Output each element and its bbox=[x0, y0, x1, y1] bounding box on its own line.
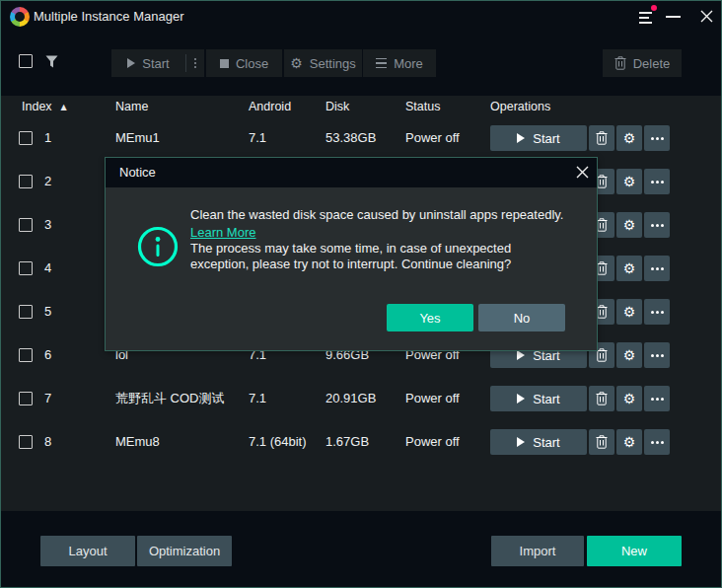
yes-button[interactable]: Yes bbox=[387, 304, 473, 331]
row-more-button[interactable] bbox=[644, 256, 670, 281]
row-checkbox[interactable] bbox=[19, 392, 33, 405]
delete-button-label: Delete bbox=[633, 56, 671, 71]
gear-icon: ⚙ bbox=[623, 261, 636, 275]
row-checkbox[interactable] bbox=[19, 348, 33, 362]
dialog-text-line3: exception, please try not to interrupt. … bbox=[190, 257, 511, 271]
no-button[interactable]: No bbox=[478, 304, 565, 331]
row-settings-button[interactable]: ⚙ bbox=[616, 342, 642, 368]
row-start-button[interactable]: Start bbox=[490, 125, 587, 151]
gear-icon: ⚙ bbox=[623, 131, 636, 145]
column-header-disk[interactable]: Disk bbox=[325, 96, 349, 118]
trash-icon bbox=[596, 131, 608, 145]
close-instances-button[interactable]: Close bbox=[206, 49, 282, 77]
play-icon bbox=[517, 350, 525, 360]
cell-index: 2 bbox=[44, 160, 51, 203]
optimization-button[interactable]: Optimization bbox=[137, 536, 232, 566]
import-button[interactable]: Import bbox=[491, 536, 584, 566]
row-more-button[interactable] bbox=[644, 386, 670, 411]
column-header-status[interactable]: Status bbox=[405, 96, 440, 118]
row-more-button[interactable] bbox=[644, 125, 670, 151]
menu-button[interactable] bbox=[637, 9, 659, 29]
stop-icon bbox=[220, 59, 229, 68]
play-icon bbox=[517, 437, 525, 447]
row-start-button[interactable]: Start bbox=[490, 386, 587, 411]
start-button[interactable]: Start bbox=[111, 49, 204, 77]
dialog-title: Notice bbox=[119, 158, 156, 187]
column-header-name[interactable]: Name bbox=[115, 96, 148, 118]
dialog-close-button[interactable] bbox=[568, 158, 596, 187]
gear-icon: ⚙ bbox=[623, 305, 636, 319]
new-button[interactable]: New bbox=[587, 536, 682, 566]
window: Multiple Instance Manager Start Close ⚙S… bbox=[0, 0, 722, 588]
row-checkbox[interactable] bbox=[19, 305, 33, 319]
learn-more-link[interactable]: Learn More bbox=[190, 225, 255, 240]
gear-icon: ⚙ bbox=[623, 435, 636, 449]
settings-button[interactable]: ⚙Settings bbox=[284, 49, 362, 77]
row-checkbox[interactable] bbox=[19, 175, 33, 188]
window-title: Multiple Instance Manager bbox=[34, 0, 183, 34]
play-icon bbox=[517, 394, 525, 404]
gear-icon: ⚙ bbox=[290, 56, 303, 70]
dialog-header: Notice bbox=[106, 158, 597, 187]
row-checkbox[interactable] bbox=[19, 435, 33, 449]
row-settings-button[interactable]: ⚙ bbox=[616, 299, 642, 325]
row-more-button[interactable] bbox=[644, 299, 670, 325]
more-button[interactable]: More bbox=[363, 49, 436, 77]
row-more-button[interactable] bbox=[644, 429, 670, 455]
row-more-button[interactable] bbox=[644, 342, 670, 368]
more-icon bbox=[376, 58, 387, 69]
cell-android: 7.1 bbox=[249, 116, 266, 160]
row-checkbox[interactable] bbox=[19, 261, 33, 275]
column-header-android[interactable]: Android bbox=[249, 96, 291, 118]
row-start-button[interactable]: Start bbox=[490, 429, 587, 455]
start-dropdown-button[interactable] bbox=[186, 49, 204, 77]
table-row: 8MEmu87.1 (64bit)1.67GBPower offStart⚙ bbox=[1, 420, 721, 464]
ellipsis-icon bbox=[651, 441, 664, 444]
column-header-index[interactable]: Index▲ bbox=[22, 96, 67, 118]
play-icon bbox=[517, 133, 525, 143]
settings-button-label: Settings bbox=[310, 56, 356, 71]
sort-asc-icon: ▲ bbox=[61, 103, 67, 111]
table-row: 1MEmu17.153.38GBPower offStart⚙ bbox=[1, 116, 721, 160]
row-delete-button[interactable] bbox=[589, 386, 614, 411]
cell-index: 3 bbox=[44, 203, 51, 247]
info-icon bbox=[137, 226, 179, 271]
row-delete-button[interactable] bbox=[589, 125, 614, 151]
select-all-checkbox[interactable] bbox=[19, 54, 33, 68]
row-settings-button[interactable]: ⚙ bbox=[616, 125, 642, 151]
cell-status: Power off bbox=[405, 116, 460, 160]
cell-index: 7 bbox=[44, 377, 51, 420]
dialog-text-line2: The process may take some time, in case … bbox=[190, 241, 511, 256]
cell-disk: 1.67GB bbox=[325, 420, 369, 464]
delete-button[interactable]: Delete bbox=[603, 49, 682, 77]
row-settings-button[interactable]: ⚙ bbox=[616, 429, 642, 455]
row-settings-button[interactable]: ⚙ bbox=[616, 212, 642, 238]
cell-android: 7.1 bbox=[249, 377, 266, 420]
cell-index: 6 bbox=[44, 333, 51, 377]
cell-index: 4 bbox=[44, 247, 51, 290]
row-delete-button[interactable] bbox=[589, 429, 614, 455]
cell-android: 7.1 (64bit) bbox=[249, 420, 307, 464]
row-settings-button[interactable]: ⚙ bbox=[616, 386, 642, 411]
more-button-label: More bbox=[394, 56, 423, 71]
gear-icon: ⚙ bbox=[623, 218, 636, 232]
cell-disk: 20.91GB bbox=[325, 377, 376, 420]
column-header-operations: Operations bbox=[490, 96, 550, 118]
layout-button[interactable]: Layout bbox=[40, 536, 135, 566]
trash-icon bbox=[596, 392, 608, 405]
notice-dialog: Notice Clean the wasted disk space cause… bbox=[105, 157, 598, 351]
row-more-button[interactable] bbox=[644, 212, 670, 238]
row-more-button[interactable] bbox=[644, 169, 670, 194]
filter-icon[interactable] bbox=[45, 54, 58, 72]
ellipsis-icon bbox=[651, 181, 664, 184]
row-checkbox[interactable] bbox=[19, 218, 33, 232]
trash-icon bbox=[596, 435, 608, 449]
row-checkbox[interactable] bbox=[19, 131, 33, 145]
dialog-text-line1: Clean the wasted disk space caused by un… bbox=[190, 207, 563, 222]
close-button[interactable] bbox=[693, 3, 719, 31]
cell-index: 5 bbox=[44, 290, 51, 333]
minimize-button[interactable] bbox=[666, 16, 681, 18]
row-settings-button[interactable]: ⚙ bbox=[616, 169, 642, 194]
cell-status: Power off bbox=[405, 377, 460, 420]
row-settings-button[interactable]: ⚙ bbox=[616, 256, 642, 281]
